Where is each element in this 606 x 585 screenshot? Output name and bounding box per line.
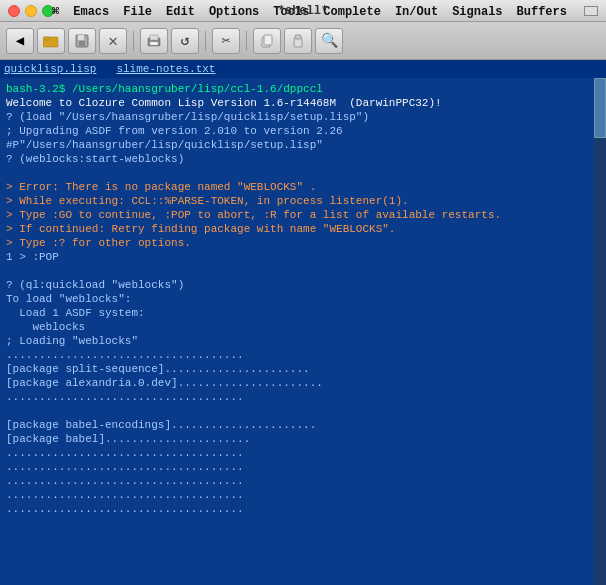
toolbar-separator-3 (246, 31, 247, 51)
title-bar: ⌘ Emacs File Edit Options Tools Complete… (0, 0, 606, 22)
toolbar-print-button[interactable] (140, 28, 168, 54)
toolbar-folder-button[interactable] (37, 28, 65, 54)
menu-signals[interactable]: Signals (445, 4, 509, 20)
close-button[interactable] (8, 5, 20, 17)
svg-rect-7 (150, 42, 158, 45)
window-resize-icon[interactable] (584, 6, 598, 16)
menu-file[interactable]: File (116, 4, 159, 20)
svg-rect-3 (78, 35, 84, 40)
menu-buffers[interactable]: Buffers (510, 4, 574, 20)
tab-quicklisp[interactable]: quicklisp.lisp (4, 63, 96, 75)
menu-edit[interactable]: Edit (159, 4, 202, 20)
toolbar-cut-button[interactable]: ✂ (212, 28, 240, 54)
toolbar-separator-1 (133, 31, 134, 51)
toolbar-separator-2 (205, 31, 206, 51)
menu-options[interactable]: Options (202, 4, 266, 20)
toolbar-search-button[interactable]: 🔍 (315, 28, 343, 54)
terminal-area[interactable]: bash-3.2$ /Users/haansgruber/lisp/ccl-1.… (0, 78, 606, 585)
menu-apple[interactable]: ⌘ (45, 3, 66, 20)
scrollbar[interactable] (594, 78, 606, 585)
svg-rect-11 (295, 35, 301, 39)
toolbar-paste-button[interactable] (284, 28, 312, 54)
scrollbar-thumb[interactable] (594, 78, 606, 138)
menu-inout[interactable]: In/Out (388, 4, 445, 20)
svg-rect-9 (264, 35, 272, 45)
window-title: *shell* (278, 4, 328, 18)
menu-emacs[interactable]: Emacs (66, 4, 116, 20)
svg-rect-1 (43, 37, 50, 40)
terminal-content: bash-3.2$ /Users/haansgruber/lisp/ccl-1.… (6, 82, 600, 516)
minimize-button[interactable] (25, 5, 37, 17)
toolbar-save-button[interactable] (68, 28, 96, 54)
tab-bar: quicklisp.lisp slime-notes.txt (0, 60, 606, 78)
svg-rect-6 (150, 35, 158, 40)
toolbar-copy-button[interactable] (253, 28, 281, 54)
toolbar: ◀ ✕ ↺ ✂ 🔍 (0, 22, 606, 60)
toolbar-close-button[interactable]: ✕ (99, 28, 127, 54)
toolbar-back-button[interactable]: ◀ (6, 28, 34, 54)
toolbar-undo-button[interactable]: ↺ (171, 28, 199, 54)
svg-rect-4 (79, 41, 85, 46)
tab-slime-notes[interactable]: slime-notes.txt (116, 63, 215, 75)
